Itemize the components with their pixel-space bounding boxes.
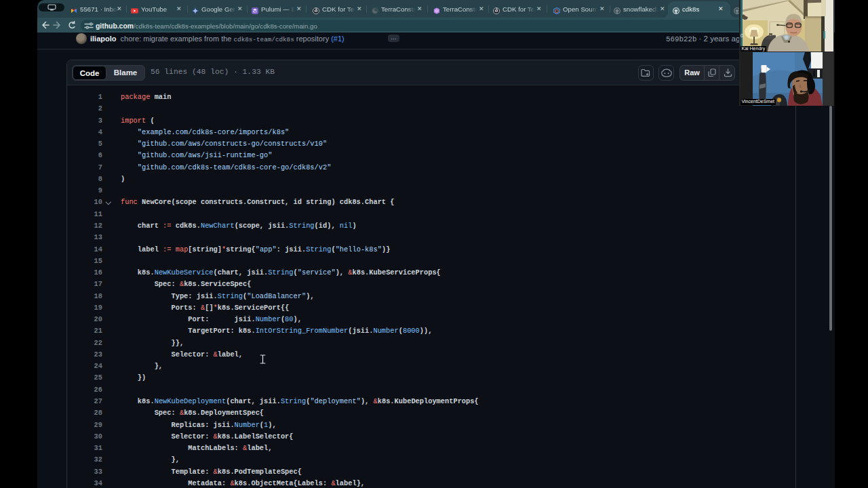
svg-text:0: 0	[741, 33, 743, 38]
